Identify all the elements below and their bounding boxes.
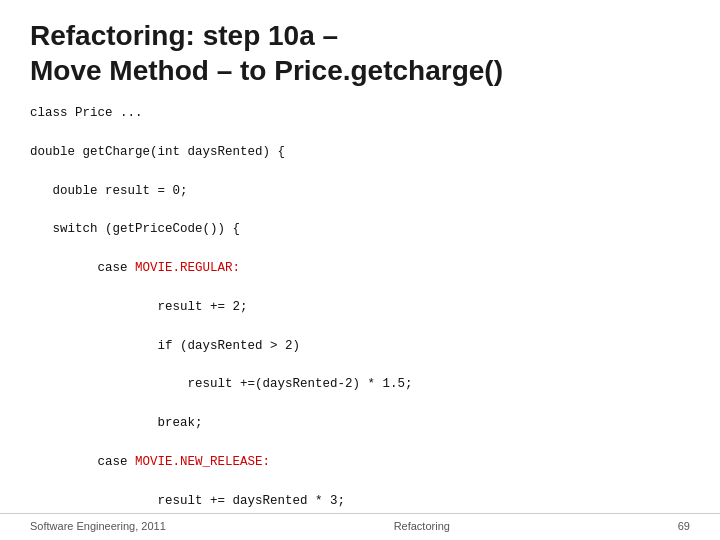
slide-content: class Price ... double getCharge(int day…	[0, 98, 720, 513]
code-line: result += daysRented * 3;	[30, 492, 690, 511]
code-line: result +=(daysRented-2) * 1.5;	[30, 375, 690, 394]
code-line: result += 2;	[30, 298, 690, 317]
code-line: class Price ...	[30, 104, 690, 123]
footer-right: 69	[678, 520, 690, 532]
code-line: case MOVIE.NEW_RELEASE:	[30, 453, 690, 472]
code-line: double getCharge(int daysRented) {	[30, 143, 690, 162]
code-line: break;	[30, 414, 690, 433]
code-line: if (daysRented > 2)	[30, 337, 690, 356]
slide-header: Refactoring: step 10a – Move Method – to…	[0, 0, 720, 98]
code-line: switch (getPriceCode()) {	[30, 220, 690, 239]
footer-left: Software Engineering, 2011	[30, 520, 166, 532]
slide-title: Refactoring: step 10a – Move Method – to…	[30, 18, 690, 88]
code-block: class Price ... double getCharge(int day…	[30, 104, 690, 513]
footer-center: Refactoring	[394, 520, 450, 532]
code-line: double result = 0;	[30, 182, 690, 201]
title-line1: Refactoring: step 10a –	[30, 20, 338, 51]
title-line2: Move Method – to Price.getcharge()	[30, 55, 503, 86]
slide-footer: Software Engineering, 2011 Refactoring 6…	[0, 513, 720, 540]
code-line: case MOVIE.REGULAR:	[30, 259, 690, 278]
slide: Refactoring: step 10a – Move Method – to…	[0, 0, 720, 540]
